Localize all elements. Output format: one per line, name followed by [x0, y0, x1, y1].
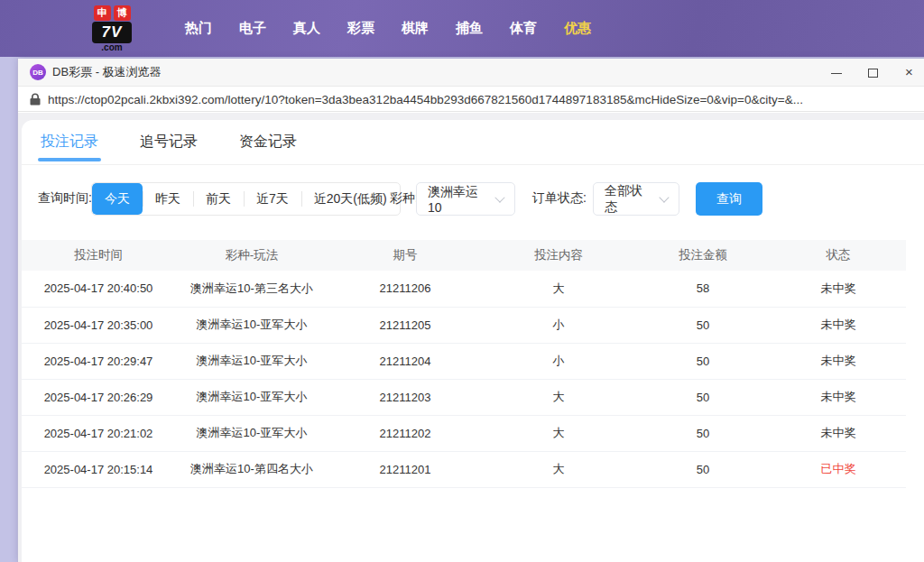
- logo-badge-bo: 博: [114, 5, 131, 21]
- records-card: 投注记录 追号记录 资金记录 查询时间: 今天 昨天 前天 近7天 近20天(低…: [22, 120, 924, 562]
- table-header-row: 投注时间 彩种-玩法 期号 投注内容 投注金额 状态: [22, 240, 906, 271]
- minimize-icon[interactable]: [830, 67, 843, 79]
- time-filter-label: 查询时间:: [38, 190, 92, 207]
- header-bet-content: 投注内容: [482, 240, 635, 271]
- cell-bet-content: 小: [482, 343, 635, 379]
- table-row: 2025-04-17 20:35:00 澳洲幸运10-亚军大小 21211205…: [22, 307, 906, 343]
- cell-issue: 21211201: [328, 451, 482, 487]
- tab-bet-records[interactable]: 投注记录: [41, 120, 98, 164]
- tab-fund-records[interactable]: 资金记录: [239, 120, 297, 164]
- nav-item-promos[interactable]: 优惠: [550, 20, 605, 37]
- search-button[interactable]: 查询: [696, 182, 762, 216]
- cell-bet-content: 大: [482, 451, 635, 487]
- nav-item-hot[interactable]: 热门: [171, 20, 226, 37]
- cell-bet-time: 2025-04-17 20:15:14: [22, 451, 175, 487]
- cell-bet-time: 2025-04-17 20:21:02: [22, 415, 175, 451]
- cell-bet-amount: 50: [635, 451, 771, 487]
- window-controls: ×: [830, 59, 917, 87]
- nav-item-sports[interactable]: 体育: [496, 20, 550, 37]
- cell-bet-content: 大: [482, 271, 635, 307]
- close-icon[interactable]: ×: [904, 67, 917, 79]
- nav-item-fishing[interactable]: 捕鱼: [442, 20, 496, 37]
- cell-bet-content: 大: [482, 379, 635, 415]
- header-bet-time: 投注时间: [22, 240, 175, 271]
- time-option-20days[interactable]: 近20天(低频): [301, 183, 400, 215]
- status-badge: 未中奖: [771, 415, 906, 451]
- table-row: 2025-04-17 20:40:50 澳洲幸运10-第三名大小 2121120…: [22, 271, 906, 307]
- cell-bet-time: 2025-04-17 20:40:50: [22, 271, 175, 307]
- cell-bet-content: 大: [482, 415, 635, 451]
- status-badge: 未中奖: [771, 271, 906, 307]
- time-range-group: 今天 昨天 前天 近7天 近20天(低频): [91, 182, 401, 216]
- nav-item-live[interactable]: 真人: [280, 20, 334, 37]
- cell-issue: 21211203: [328, 379, 482, 415]
- time-option-yesterday[interactable]: 昨天: [143, 183, 193, 215]
- time-option-today[interactable]: 今天: [92, 183, 143, 215]
- cell-bet-time: 2025-04-17 20:26:29: [22, 379, 175, 415]
- status-badge: 未中奖: [771, 379, 906, 415]
- cell-bet-amount: 50: [635, 307, 771, 343]
- logo-badges: 申 博: [94, 5, 131, 21]
- window-title: DB彩票 - 极速浏览器: [52, 64, 162, 80]
- lottery-filter-label: 彩种:: [390, 190, 419, 207]
- header-lottery-play: 彩种-玩法: [175, 240, 328, 271]
- table-row: 2025-04-17 20:21:02 澳洲幸运10-亚军大小 21211202…: [22, 415, 906, 451]
- cell-bet-time: 2025-04-17 20:29:47: [22, 343, 175, 379]
- status-badge: 未中奖: [771, 343, 906, 379]
- cell-lottery-play: 澳洲幸运10-第四名大小: [175, 451, 328, 487]
- filter-row: 查询时间: 今天 昨天 前天 近7天 近20天(低频) 彩种: 澳洲幸运10 订…: [22, 180, 924, 219]
- cell-bet-amount: 58: [635, 271, 771, 307]
- site-logo[interactable]: 申 博 7V .com: [90, 5, 134, 52]
- maximize-icon[interactable]: [867, 67, 880, 79]
- browser-window: DB DB彩票 - 极速浏览器 × https://ctop02pcali.2k…: [18, 59, 924, 562]
- db-app-icon: DB: [30, 64, 46, 80]
- nav-item-lottery[interactable]: 彩票: [334, 20, 388, 37]
- time-option-7days[interactable]: 近7天: [244, 183, 301, 215]
- header-status: 状态: [771, 240, 906, 271]
- cell-lottery-play: 澳洲幸运10-亚军大小: [175, 343, 328, 379]
- order-status-select[interactable]: 全部状态: [593, 182, 679, 216]
- logo-badge-shen: 申: [94, 5, 111, 21]
- address-bar[interactable]: https://ctop02pcali.2kbxi392.com/lottery…: [18, 88, 924, 112]
- tab-chase-records[interactable]: 追号记录: [140, 120, 198, 164]
- cell-lottery-play: 澳洲幸运10-亚军大小: [175, 379, 328, 415]
- header-issue: 期号: [328, 240, 482, 271]
- logo-com: .com: [101, 43, 122, 52]
- top-navigation: 热门 电子 真人 彩票 棋牌 捕鱼 体育 优惠: [171, 20, 605, 37]
- page-content: 投注记录 追号记录 资金记录 查询时间: 今天 昨天 前天 近7天 近20天(低…: [18, 113, 924, 562]
- chevron-down-icon: [495, 192, 505, 202]
- table-row: 2025-04-17 20:15:14 澳洲幸运10-第四名大小 2121120…: [22, 451, 906, 487]
- lottery-select[interactable]: 澳洲幸运10: [416, 182, 515, 216]
- status-badge: 已中奖: [771, 451, 906, 487]
- cell-issue: 21211204: [328, 343, 482, 379]
- window-title-bar[interactable]: DB DB彩票 - 极速浏览器 ×: [18, 59, 924, 87]
- status-badge: 未中奖: [771, 307, 906, 343]
- cell-lottery-play: 澳洲幸运10-亚军大小: [175, 415, 328, 451]
- cell-issue: 21211202: [328, 415, 482, 451]
- cell-bet-amount: 50: [635, 343, 771, 379]
- bet-records-table: 投注时间 彩种-玩法 期号 投注内容 投注金额 状态 2025-04-17 20…: [22, 240, 906, 488]
- cell-bet-content: 小: [482, 307, 635, 343]
- table-row: 2025-04-17 20:26:29 澳洲幸运10-亚军大小 21211203…: [22, 379, 906, 415]
- site-top-bar: 申 博 7V .com 热门 电子 真人 彩票 棋牌 捕鱼 体育 优惠: [0, 0, 924, 57]
- cell-lottery-play: 澳洲幸运10-亚军大小: [175, 307, 328, 343]
- lottery-select-value: 澳洲幸运10: [428, 184, 489, 215]
- time-option-day-before[interactable]: 前天: [193, 183, 244, 215]
- table-row: 2025-04-17 20:29:47 澳洲幸运10-亚军大小 21211204…: [22, 343, 906, 379]
- chevron-down-icon: [660, 192, 670, 202]
- cell-lottery-play: 澳洲幸运10-第三名大小: [175, 271, 328, 307]
- logo-7v: 7V: [92, 22, 132, 43]
- status-filter-label: 订单状态:: [532, 190, 587, 207]
- cell-bet-amount: 50: [635, 379, 771, 415]
- cell-issue: 21211206: [328, 271, 482, 307]
- record-tabs: 投注记录 追号记录 资金记录: [22, 120, 924, 165]
- cell-bet-amount: 50: [635, 415, 771, 451]
- cell-issue: 21211205: [328, 307, 482, 343]
- cell-bet-time: 2025-04-17 20:35:00: [22, 307, 175, 343]
- padlock-icon: [30, 93, 41, 106]
- nav-item-cards[interactable]: 棋牌: [388, 20, 442, 37]
- nav-item-slots[interactable]: 电子: [226, 20, 280, 37]
- url-text[interactable]: https://ctop02pcali.2kbxi392.com/lottery…: [48, 93, 803, 106]
- status-select-value: 全部状态: [605, 183, 653, 216]
- header-bet-amount: 投注金额: [635, 240, 771, 271]
